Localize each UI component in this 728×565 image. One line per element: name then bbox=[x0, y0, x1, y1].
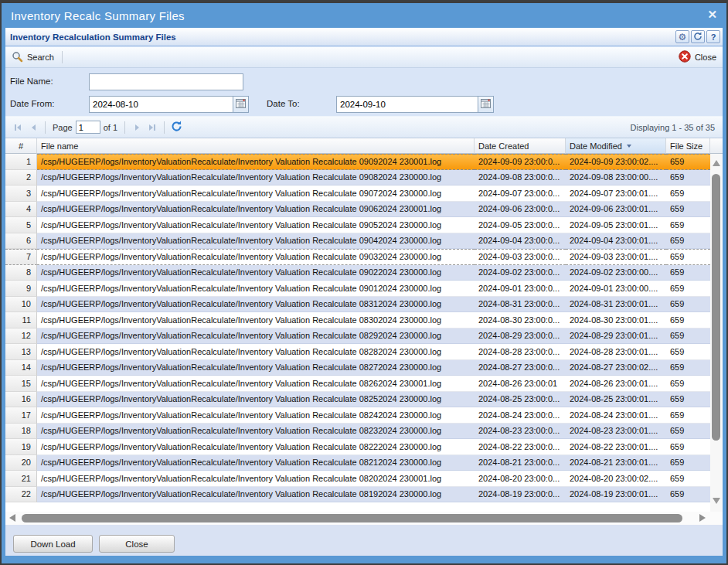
file-name-cell[interactable]: /csp/HUGEERP/logs/InventoryValuationReca… bbox=[37, 471, 475, 487]
file-name-cell[interactable]: /csp/HUGEERP/logs/InventoryValuationReca… bbox=[37, 376, 475, 392]
date-modified-cell[interactable]: 2024-09-07 23:00:01.... bbox=[566, 185, 666, 202]
table-row[interactable]: 14/csp/HUGEERP/logs/InventoryValuationRe… bbox=[5, 360, 710, 376]
file-size-cell[interactable]: 659 bbox=[666, 439, 710, 455]
date-created-cell[interactable]: 2024-09-09 23:00:0... bbox=[475, 154, 566, 170]
date-modified-cell[interactable]: 2024-08-25 23:00:01.... bbox=[566, 392, 666, 408]
file-size-cell[interactable]: 659 bbox=[666, 185, 710, 202]
table-row[interactable]: 13/csp/HUGEERP/logs/InventoryValuationRe… bbox=[5, 344, 710, 360]
row-number-cell[interactable]: 7 bbox=[5, 249, 37, 265]
date-modified-cell[interactable]: 2024-08-19 23:00:01.... bbox=[566, 487, 666, 503]
date-created-cell[interactable]: 2024-08-29 23:00:0... bbox=[475, 328, 566, 345]
file-name-cell[interactable]: /csp/HUGEERP/logs/InventoryValuationReca… bbox=[37, 265, 475, 281]
date-created-cell[interactable]: 2024-09-05 23:00:0... bbox=[475, 217, 566, 233]
date-created-cell[interactable]: 2024-09-04 23:00:0... bbox=[475, 233, 566, 250]
date-created-cell[interactable]: 2024-09-07 23:00:0... bbox=[475, 185, 566, 202]
file-name-cell[interactable]: /csp/HUGEERP/logs/InventoryValuationReca… bbox=[37, 392, 475, 408]
file-name-cell[interactable]: /csp/HUGEERP/logs/InventoryValuationReca… bbox=[37, 281, 475, 297]
file-size-cell[interactable]: 659 bbox=[666, 407, 710, 424]
file-name-cell[interactable]: /csp/HUGEERP/logs/InventoryValuationReca… bbox=[37, 328, 475, 345]
column-header-num[interactable]: # bbox=[5, 138, 37, 154]
date-modified-cell[interactable]: 2024-08-24 23:00:01.... bbox=[566, 407, 666, 424]
file-size-cell[interactable]: 659 bbox=[666, 344, 710, 360]
paging-refresh-button[interactable] bbox=[168, 120, 184, 135]
table-row[interactable]: 20/csp/HUGEERP/logs/InventoryValuationRe… bbox=[5, 455, 710, 471]
date-modified-cell[interactable]: 2024-08-23 23:00:01.... bbox=[566, 424, 666, 440]
date-modified-cell[interactable]: 2024-09-02 23:00:00.... bbox=[566, 265, 666, 281]
date-modified-cell[interactable]: 2024-08-29 23:00:01.... bbox=[566, 328, 666, 345]
file-name-cell[interactable]: /csp/HUGEERP/logs/InventoryValuationReca… bbox=[37, 297, 475, 313]
date-created-cell[interactable]: 2024-08-19 23:00:0... bbox=[475, 487, 566, 503]
table-row[interactable]: 10/csp/HUGEERP/logs/InventoryValuationRe… bbox=[5, 297, 710, 313]
row-number-cell[interactable]: 2 bbox=[5, 170, 37, 186]
file-size-cell[interactable]: 659 bbox=[666, 455, 710, 471]
date-modified-cell[interactable]: 2024-08-28 23:00:01.... bbox=[566, 344, 666, 360]
table-row[interactable]: 4/csp/HUGEERP/logs/InventoryValuationRec… bbox=[5, 202, 710, 218]
date-created-cell[interactable]: 2024-09-02 23:00:0... bbox=[475, 265, 566, 281]
column-header-date-modified[interactable]: Date Modified bbox=[566, 138, 666, 154]
date-modified-cell[interactable]: 2024-08-26 23:00:01.... bbox=[566, 376, 666, 392]
file-name-cell[interactable]: /csp/HUGEERP/logs/InventoryValuationReca… bbox=[37, 424, 475, 440]
table-row[interactable]: 7/csp/HUGEERP/logs/InventoryValuationRec… bbox=[5, 249, 710, 265]
file-name-cell[interactable]: /csp/HUGEERP/logs/InventoryValuationReca… bbox=[37, 407, 475, 424]
table-row[interactable]: 16/csp/HUGEERP/logs/InventoryValuationRe… bbox=[5, 392, 710, 408]
table-row[interactable]: 22/csp/HUGEERP/logs/InventoryValuationRe… bbox=[5, 487, 710, 503]
file-size-cell[interactable]: 659 bbox=[666, 376, 710, 392]
column-header-date-created[interactable]: Date Created bbox=[475, 138, 566, 154]
row-number-cell[interactable]: 14 bbox=[5, 360, 37, 376]
file-name-cell[interactable]: /csp/HUGEERP/logs/InventoryValuationReca… bbox=[37, 202, 475, 218]
row-number-cell[interactable]: 1 bbox=[5, 154, 37, 170]
date-modified-cell[interactable]: 2024-08-30 23:00:01.... bbox=[566, 312, 666, 328]
gear-button[interactable]: ⚙ bbox=[675, 30, 689, 43]
row-number-cell[interactable]: 22 bbox=[5, 487, 37, 503]
file-size-cell[interactable]: 659 bbox=[666, 281, 710, 297]
next-page-button[interactable] bbox=[129, 120, 145, 135]
date-modified-cell[interactable]: 2024-08-20 23:00:02.... bbox=[566, 471, 666, 487]
row-number-cell[interactable]: 12 bbox=[5, 328, 37, 345]
date-modified-cell[interactable]: 2024-09-09 23:00:02.... bbox=[566, 154, 666, 170]
date-modified-cell[interactable]: 2024-08-21 23:00:01.... bbox=[566, 455, 666, 471]
scroll-down-icon[interactable] bbox=[713, 498, 720, 504]
file-name-cell[interactable]: /csp/HUGEERP/logs/InventoryValuationReca… bbox=[37, 154, 475, 170]
file-size-cell[interactable]: 659 bbox=[666, 471, 710, 487]
table-row[interactable]: 15/csp/HUGEERP/logs/InventoryValuationRe… bbox=[5, 376, 710, 392]
window-close-icon[interactable]: ✕ bbox=[707, 8, 717, 22]
file-name-cell[interactable]: /csp/HUGEERP/logs/InventoryValuationReca… bbox=[37, 217, 475, 233]
footer-close-button[interactable]: Close bbox=[99, 535, 175, 553]
row-number-cell[interactable]: 5 bbox=[5, 217, 37, 233]
file-size-cell[interactable]: 659 bbox=[666, 360, 710, 376]
file-size-cell[interactable]: 659 bbox=[666, 487, 710, 503]
prev-page-button[interactable] bbox=[26, 120, 41, 135]
row-number-cell[interactable]: 20 bbox=[5, 455, 37, 471]
row-number-cell[interactable]: 19 bbox=[5, 439, 37, 455]
file-name-cell[interactable]: /csp/HUGEERP/logs/InventoryValuationReca… bbox=[37, 439, 475, 455]
date-modified-cell[interactable]: 2024-08-22 23:00:01.... bbox=[566, 439, 666, 455]
file-name-input[interactable] bbox=[89, 73, 243, 90]
date-to-input[interactable] bbox=[336, 96, 478, 113]
row-number-cell[interactable]: 3 bbox=[5, 185, 37, 202]
date-created-cell[interactable]: 2024-08-27 23:00:0... bbox=[475, 360, 566, 376]
refresh-button[interactable] bbox=[691, 30, 705, 43]
file-size-cell[interactable]: 659 bbox=[666, 202, 710, 218]
row-number-cell[interactable]: 18 bbox=[5, 424, 37, 440]
date-created-cell[interactable]: 2024-08-25 23:00:0... bbox=[475, 392, 566, 408]
date-modified-cell[interactable]: 2024-08-31 23:00:01.... bbox=[566, 297, 666, 313]
row-number-cell[interactable]: 10 bbox=[5, 297, 37, 313]
table-row[interactable]: 9/csp/HUGEERP/logs/InventoryValuationRec… bbox=[5, 281, 710, 297]
date-created-cell[interactable]: 2024-08-20 23:00:0... bbox=[475, 471, 566, 487]
last-page-button[interactable] bbox=[145, 120, 160, 135]
column-header-file-name[interactable]: File name bbox=[37, 138, 475, 154]
date-created-cell[interactable]: 2024-08-22 23:00:0... bbox=[475, 439, 566, 455]
date-modified-cell[interactable]: 2024-09-05 23:00:01.... bbox=[566, 217, 666, 233]
date-from-input[interactable] bbox=[89, 96, 233, 113]
file-name-cell[interactable]: /csp/HUGEERP/logs/InventoryValuationReca… bbox=[37, 360, 475, 376]
table-row[interactable]: 2/csp/HUGEERP/logs/InventoryValuationRec… bbox=[5, 170, 710, 186]
row-number-cell[interactable]: 21 bbox=[5, 471, 37, 487]
date-created-cell[interactable]: 2024-09-08 23:00:0... bbox=[475, 170, 566, 186]
table-row[interactable]: 1/csp/HUGEERP/logs/InventoryValuationRec… bbox=[5, 154, 710, 170]
file-size-cell[interactable]: 659 bbox=[666, 154, 710, 170]
download-button[interactable]: Down Load bbox=[13, 535, 93, 553]
horizontal-scrollbar-thumb[interactable] bbox=[22, 514, 682, 522]
file-name-cell[interactable]: /csp/HUGEERP/logs/InventoryValuationReca… bbox=[37, 455, 475, 471]
date-created-cell[interactable]: 2024-08-31 23:00:0... bbox=[475, 297, 566, 313]
table-row[interactable]: 12/csp/HUGEERP/logs/InventoryValuationRe… bbox=[5, 328, 710, 345]
